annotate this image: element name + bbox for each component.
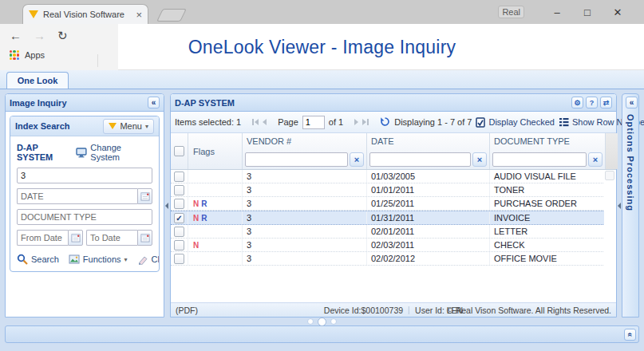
flag-r: R (201, 199, 207, 208)
menu-button[interactable]: Menu ▾ (103, 119, 154, 134)
splitter-handle-dot (318, 317, 326, 326)
vertical-scrollbar[interactable] (604, 170, 616, 302)
bottom-collapsed-panel[interactable]: « (5, 325, 639, 343)
index-search-header: Index Search Menu ▾ (10, 116, 159, 136)
vendor-filter-clear-button[interactable]: × (350, 152, 364, 167)
flags-cell: N (188, 239, 243, 251)
from-date-picker-button[interactable] (68, 230, 83, 246)
from-date-field[interactable] (17, 230, 68, 246)
display-checked-label: Display Checked (488, 117, 555, 127)
table-row[interactable]: ✓ NR 3 01/31/2011 INVOICE (171, 211, 606, 225)
first-page-button[interactable] (252, 119, 259, 125)
row-checkbox[interactable] (174, 240, 184, 250)
vendor-field[interactable] (17, 168, 152, 183)
date-cell: 02/01/2011 (367, 225, 490, 238)
column-header-date[interactable]: DATE × (367, 133, 490, 169)
row-checkbox[interactable] (174, 185, 184, 195)
to-date-picker-button[interactable] (137, 230, 152, 246)
minimize-button[interactable]: – (542, 6, 572, 18)
app-frame: One Look Image Inquiry « Index Search Me… (0, 70, 644, 351)
column-header-flags[interactable]: Flags (188, 133, 243, 169)
system-name-label: D-AP SYSTEM (17, 143, 76, 162)
back-icon[interactable]: ← (10, 29, 22, 43)
refresh-button[interactable] (380, 116, 390, 128)
table-row[interactable]: 3 01/03/2005 AUDIO VISUAL FILE (171, 170, 606, 183)
browser-tab[interactable]: Real Vision Software × (22, 4, 148, 24)
row-checkbox[interactable] (174, 172, 184, 182)
tab-close-icon[interactable]: × (136, 10, 142, 20)
column-label-vendor: VENDOR # (243, 133, 366, 149)
collapse-arrow-icon[interactable] (165, 203, 168, 209)
window-controls: Real – □ ✕ (498, 0, 644, 24)
reload-icon[interactable]: ↻ (57, 29, 68, 43)
doctype-filter-input[interactable] (492, 152, 587, 167)
new-tab-button[interactable] (156, 9, 187, 22)
table-row[interactable]: NR 3 01/25/2011 PURCHASE ORDER (171, 197, 606, 211)
profile-badge[interactable]: Real (498, 6, 524, 18)
displaying-label: Displaying 1 - 7 of 7 (394, 117, 472, 127)
image-inquiry-body: Index Search Menu ▾ D-AP SYSTEM (6, 112, 164, 317)
browser-nav-column: ← → ↻ Apps (0, 24, 118, 70)
column-header-vendor[interactable]: VENDOR # × (243, 133, 367, 169)
row-checkbox[interactable]: ✓ (174, 213, 184, 223)
forward-icon[interactable]: → (34, 29, 45, 43)
vendor-cell: 3 (243, 239, 367, 251)
options-processing-collapsed-panel[interactable]: « Options Processing (622, 93, 639, 317)
collapse-arrow-icon[interactable] (618, 203, 621, 209)
bottom-splitter[interactable] (5, 317, 639, 325)
dap-system-title: D-AP SYSTEM (175, 98, 569, 108)
settings-gear-button[interactable]: ⚙ (571, 97, 583, 108)
functions-button[interactable]: Functions ▾ (69, 254, 128, 264)
last-page-button[interactable] (362, 119, 369, 125)
table-row[interactable]: 3 02/02/2012 OFFICE MOVIE (171, 252, 606, 266)
help-button[interactable]: ? (586, 97, 598, 108)
date-cell: 02/03/2011 (367, 239, 490, 251)
grid-footer: (PDF) Device Id:$00100739 User Id: LEN ©… (171, 302, 616, 317)
search-button[interactable]: Search (17, 254, 59, 265)
change-system-button[interactable]: Change System (76, 143, 152, 162)
image-functions-icon (69, 254, 80, 264)
clear-button[interactable]: Clear (137, 254, 160, 265)
select-all-checkbox[interactable] (174, 146, 184, 156)
tab-one-look[interactable]: One Look (6, 72, 69, 89)
apps-label: Apps (25, 50, 45, 60)
flags-cell: NR (188, 211, 243, 224)
date-picker-button[interactable] (137, 188, 152, 204)
collapse-panel-button[interactable]: « (148, 97, 160, 108)
device-id-label: Device Id:$00100739 (324, 306, 403, 315)
next-page-button[interactable] (354, 119, 358, 125)
right-splitter[interactable] (617, 93, 622, 317)
table-row[interactable]: 3 01/01/2011 TONER (171, 183, 606, 197)
vendor-cell: 3 (243, 170, 367, 183)
to-date-field[interactable] (86, 230, 137, 246)
prev-page-button[interactable] (263, 119, 267, 125)
table-row[interactable]: N 3 02/03/2011 CHECK (171, 239, 606, 252)
flag-n: N (193, 199, 199, 208)
page-number-input[interactable] (302, 116, 325, 129)
apps-shortcut[interactable]: Apps (0, 43, 118, 60)
left-splitter[interactable] (164, 93, 170, 317)
date-field[interactable] (17, 188, 137, 204)
table-row[interactable]: 3 02/01/2011 LETTER (171, 225, 606, 239)
eraser-icon (137, 254, 148, 265)
column-header-doctype[interactable]: DOCUMENT TYPE × (490, 133, 606, 169)
document-type-field[interactable] (17, 209, 152, 225)
expand-options-button[interactable]: « (626, 97, 638, 108)
tab-one-look-label: One Look (18, 76, 58, 85)
close-button[interactable]: ✕ (603, 6, 633, 18)
date-filter-input[interactable] (369, 152, 471, 167)
row-checkbox[interactable] (174, 254, 184, 264)
row-checkbox[interactable] (174, 227, 184, 237)
refresh-panel-button[interactable]: ⇄ (600, 97, 612, 108)
maximize-button[interactable]: □ (572, 6, 603, 18)
column-label-date: DATE (367, 133, 489, 149)
flags-cell (188, 170, 243, 183)
expand-bottom-panel-button[interactable]: « (624, 329, 636, 341)
column-label-doctype: DOCUMENT TYPE (490, 133, 605, 149)
row-checkbox[interactable] (174, 199, 184, 209)
display-checked-button[interactable]: Display Checked (476, 117, 555, 128)
vendor-filter-input[interactable] (245, 152, 348, 167)
date-filter-clear-button[interactable]: × (472, 152, 487, 167)
doctype-filter-clear-button[interactable]: × (588, 152, 603, 167)
scrollbar-thumb[interactable] (605, 171, 614, 180)
